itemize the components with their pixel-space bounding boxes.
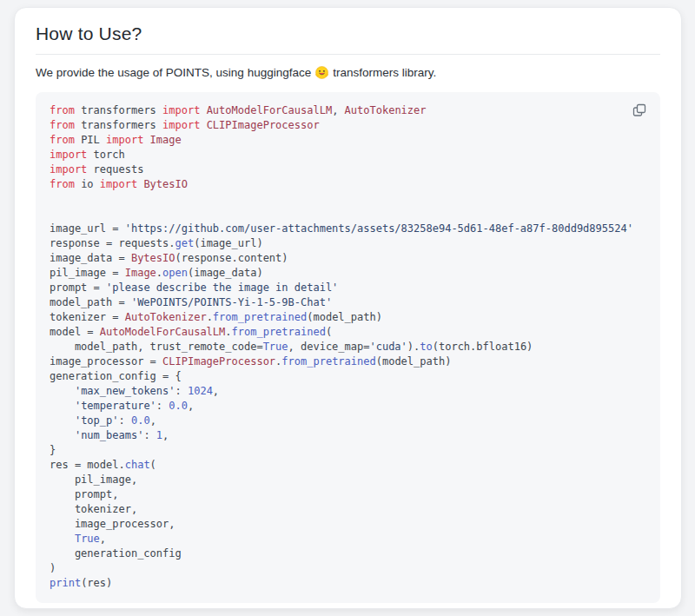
code-line: image_url = 'https://github.com/user-att… — [50, 222, 646, 236]
code-line: } — [50, 443, 646, 458]
code-area: from transformers import AutoModelForCau… — [50, 103, 646, 591]
code-line: print(res) — [50, 576, 646, 591]
code-line: 'temperature': 0.0, — [50, 399, 646, 414]
code-line: 'top_p': 0.0, — [50, 414, 646, 428]
code-line: from transformers import AutoModelForCau… — [50, 103, 646, 118]
code-line: import torch — [50, 148, 646, 162]
code-line: import requests — [50, 162, 646, 177]
code-line: from io import BytesIO — [50, 177, 646, 192]
code-line: model = AutoModelForCausalLM.from_pretra… — [50, 325, 646, 340]
hugging-face-emoji — [315, 66, 328, 79]
page-title: How to Use? — [36, 23, 660, 44]
code-line — [50, 192, 646, 207]
code-line: ) — [50, 561, 646, 576]
intro-text-after: transformers library. — [333, 66, 436, 79]
code-line: generation_config — [50, 546, 646, 561]
code-line: image_processor = CLIPImageProcessor.fro… — [50, 354, 646, 369]
intro-text-before: We provide the usage of POINTS, using hu… — [36, 66, 311, 79]
code-line: generation_config = { — [50, 369, 646, 384]
title-divider — [36, 54, 660, 55]
intro-paragraph: We provide the usage of POINTS, using hu… — [36, 66, 660, 79]
code-line: prompt, — [50, 487, 646, 502]
code-line: tokenizer, — [50, 502, 646, 517]
code-line: prompt = 'please describe the image in d… — [50, 281, 646, 295]
code-line: True, — [50, 532, 646, 546]
code-line: tokenizer = AutoTokenizer.from_pretraine… — [50, 310, 646, 325]
code-line: pil_image = Image.open(image_data) — [50, 266, 646, 281]
copy-code-button[interactable] — [630, 101, 649, 120]
content-card: How to Use? We provide the usage of POIN… — [14, 7, 682, 609]
code-line: pil_image, — [50, 473, 646, 487]
code-line: res = model.chat( — [50, 458, 646, 473]
code-line: image_processor, — [50, 517, 646, 532]
copy-icon — [630, 103, 649, 117]
code-line: model_path, trust_remote_code=True, devi… — [50, 340, 646, 354]
code-line: 'num_beams': 1, — [50, 428, 646, 443]
code-line — [50, 207, 646, 222]
code-line: from PIL import Image — [50, 133, 646, 148]
code-line: 'max_new_tokens': 1024, — [50, 384, 646, 399]
code-line: image_data = BytesIO(response.content) — [50, 251, 646, 266]
code-line: response = requests.get(image_url) — [50, 236, 646, 251]
code-block: from transformers import AutoModelForCau… — [36, 92, 660, 603]
code-line: model_path = 'WePOINTS/POINTS-Yi-1-5-9B-… — [50, 295, 646, 310]
code-line: from transformers import CLIPImageProces… — [50, 118, 646, 133]
